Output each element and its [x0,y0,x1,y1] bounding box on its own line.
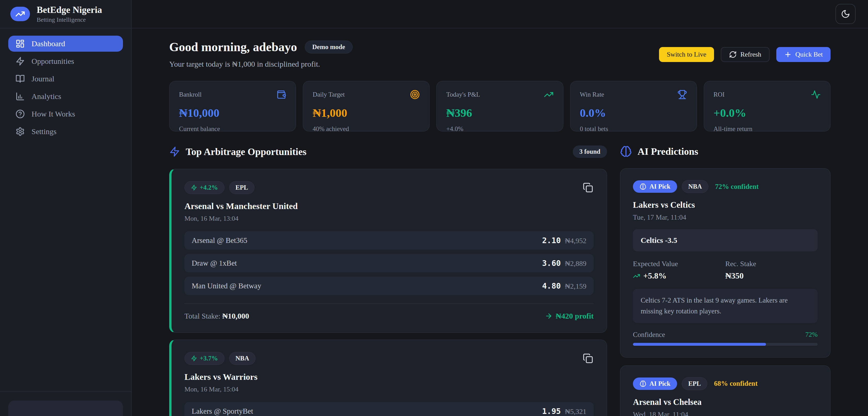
leg-stake: ₦4,952 [565,237,586,245]
lightning-icon [191,355,197,361]
lightning-icon [169,146,180,157]
leg-stake: ₦2,889 [565,260,586,268]
expected-value-label: Expected Value [633,260,725,268]
stat-value: ₦1,000 [313,106,420,120]
bar-chart-icon [16,92,25,101]
quick-bet-button[interactable]: Quick Bet [776,47,831,62]
copy-button[interactable] [582,353,594,364]
page-head: Good morning, adebayo Demo mode Your tar… [169,40,831,68]
brand-tagline: Betting Intelligence [37,16,102,23]
sidebar-item-journal[interactable]: Journal [8,71,123,87]
sidebar-footer-divider [0,391,131,392]
trophy-icon [677,90,687,99]
trending-up-icon [15,9,25,19]
copy-button[interactable] [582,182,594,193]
target-subtitle: Your target today is ₦1,000 in disciplin… [169,60,352,68]
ai-section-head: AI Predictions [620,146,831,157]
sidebar-item-analytics[interactable]: Analytics [8,88,123,105]
sidebar-item-label: How It Works [32,110,75,118]
dashboard-content: Good morning, adebayo Demo mode Your tar… [132,28,868,416]
demo-mode-badge: Demo mode [305,40,352,54]
brand: BetEdge Nigeria Betting Intelligence [0,0,131,28]
bet-leg-row: Man United @ Betway 4.80 ₦2,159 [184,277,594,295]
copy-icon [583,182,593,193]
arbitrage-card[interactable]: +4.2% EPL Arsenal vs Manchester United M… [169,169,607,333]
switch-to-live-button[interactable]: Switch to Live [659,47,714,62]
leg-label: Arsenal @ Bet365 [192,236,247,245]
ai-predictions-column: AI Predictions AI Pick NBA [620,146,831,416]
confidence-row: Confidence 72% [633,331,817,339]
brain-icon [620,146,632,157]
sidebar-footer [0,391,131,416]
bet-legs: Lakers @ SportyBet 1.95 ₦5,321 [184,402,594,416]
refresh-button[interactable]: Refresh [721,47,770,62]
trending-up-icon [633,272,640,279]
stat-card-bankroll: Bankroll ₦10,000 Current balance [169,81,296,131]
match-title: Lakers vs Celtics [633,200,817,210]
ai-pick-badge: AI Pick [633,180,677,193]
stat-sub: +4.0% [446,125,553,132]
leg-label: Lakers @ SportyBet [192,407,253,415]
arbitrage-section-head: Top Arbitrage Opportunities 3 found [169,146,607,158]
league-badge: NBA [682,180,708,193]
edge-badge: +3.7% [184,352,224,365]
wallet-icon [276,90,286,99]
stat-label: Daily Target [313,91,345,98]
theme-toggle-button[interactable] [835,4,856,24]
league-badge: EPL [682,377,707,390]
leg-label: Man United @ Betway [192,281,261,290]
stat-sub: Current balance [179,125,286,132]
greeting-row: Good morning, adebayo Demo mode [169,40,352,54]
rec-stake-block: Rec. Stake ₦350 [725,260,818,280]
arbitrage-card[interactable]: +3.7% NBA Lakers vs Warriors Mon, 16 Mar… [169,339,607,416]
insight-box: Celtics 7-2 ATS in the last 9 away games… [633,289,817,323]
profit-indicator: ₦420 profit [545,311,594,320]
rec-stake-label: Rec. Stake [725,260,818,268]
bet-leg-row: Lakers @ SportyBet 1.95 ₦5,321 [184,402,594,416]
brand-logo [10,7,30,21]
topbar [132,0,868,28]
stat-label: Win Rate [580,91,604,98]
arbitrage-column: Top Arbitrage Opportunities 3 found +4.2… [169,146,607,416]
quick-bet-label: Quick Bet [796,51,823,58]
sidebar-item-label: Settings [32,127,57,136]
target-icon [410,90,420,99]
stat-label: Bankroll [179,91,202,98]
stat-value: 0.0% [580,106,687,120]
sidebar-item-dashboard[interactable]: Dashboard [8,36,123,52]
app-root: BetEdge Nigeria Betting Intelligence Das… [0,0,868,416]
sidebar-item-opportunities[interactable]: Opportunities [8,53,123,69]
stat-card-roi: ROI +0.0% All-time return [704,81,831,131]
dashboard-columns: Top Arbitrage Opportunities 3 found +4.2… [169,146,831,416]
dashboard-grid-icon [16,39,25,48]
sidebar-item-settings[interactable]: Settings [8,123,123,140]
ev-stake-grid: Expected Value +5.8% Rec. Stake [633,260,817,280]
league-badge: NBA [229,352,256,365]
expected-value: +5.8% [643,271,666,280]
stats-row: Bankroll ₦10,000 Current balance Daily T… [169,81,831,131]
brand-title: BetEdge Nigeria [37,5,102,15]
ai-badge-row: AI Pick EPL 68% confident [633,377,817,390]
expected-value-block: Expected Value +5.8% [633,260,725,280]
arb-badge-row: +4.2% EPL [184,181,594,194]
refresh-icon [729,51,737,58]
sidebar-item-how-it-works[interactable]: How It Works [8,106,123,122]
stat-card-win-rate: Win Rate 0.0% 0 total bets [570,81,697,131]
leg-label: Draw @ 1xBet [192,259,237,267]
ai-prediction-card[interactable]: AI Pick EPL 68% confident Arsenal vs Che… [620,365,831,416]
brain-icon [640,380,646,387]
match-datetime: Wed, 18 Mar, 11:04 [633,411,817,416]
stat-value: ₦396 [446,106,553,120]
total-stake: Total Stake: ₦10,000 [184,311,249,320]
confidence-text: 72% confident [715,183,759,191]
stat-card-todays-pnl: Today's P&L ₦396 +4.0% [436,81,563,131]
stat-value: ₦10,000 [179,106,286,120]
gear-icon [16,127,25,136]
confidence-bar [633,343,817,346]
ai-prediction-card[interactable]: AI Pick NBA 72% confident Lakers vs Celt… [620,168,831,358]
main-area: Good morning, adebayo Demo mode Your tar… [132,0,868,416]
leg-odds: 2.10 [542,236,561,245]
match-datetime: Mon, 16 Mar, 13:04 [184,215,594,222]
total-stake-label: Total Stake: [184,312,220,320]
sidebar-footer-card-partial [8,400,123,416]
